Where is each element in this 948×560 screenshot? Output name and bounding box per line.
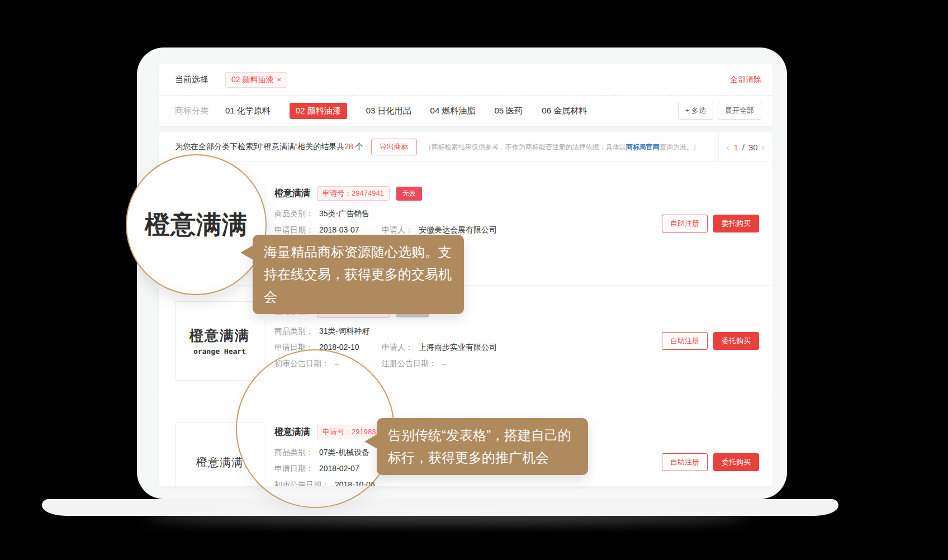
trademark-name: 橙意满满 <box>274 188 310 200</box>
clear-all-button[interactable]: 全部清除 <box>730 75 761 85</box>
trademark-office-link[interactable]: 商标局官网 <box>626 143 660 151</box>
lens-ring-circle <box>236 349 395 508</box>
category-item-02-active[interactable]: 02 颜料油漆 <box>290 103 347 119</box>
category-list: 01 化学原料 02 颜料油漆 03 日化用品 04 燃料油脂 05 医药 06… <box>225 103 587 119</box>
results-disclaimer: （商标检索结果仅供参考，不作为商标能否注册的法律依据；具体以商标局官网查询为准。… <box>425 143 700 152</box>
filter-panel: 当前选择 02 颜料油漆 × 全部清除 商标分类 01 化学原料 02 颜料油漆… <box>159 64 772 126</box>
category-label: 商标分类 <box>175 106 208 116</box>
entrust-buy-button[interactable]: 委托购买 <box>713 332 759 350</box>
results-count: 28 <box>344 142 353 151</box>
multi-select-button[interactable]: + 多选 <box>678 102 713 120</box>
selected-filter-tag-label: 02 颜料油漆 <box>231 75 273 85</box>
results-header: 为您在全部分类下检索到“橙意满满”相关的结果共28 个 导出商标 （商标检索结果… <box>159 132 772 162</box>
results-summary-text: 为您在全部分类下检索到“橙意满满”相关的结果共 <box>175 142 344 151</box>
category-item-03[interactable]: 03 日化用品 <box>366 103 411 119</box>
table-row: 橙意满满 orange Heart 橙意满满 申请号：29482153 已注册 … <box>159 285 772 396</box>
magnified-trademark-text: 橙意满满 <box>145 208 248 241</box>
tooltip-marketplace-text: 海量精品商标资源随心选购。支持在线交易，获得更多的交易机会 <box>264 244 452 304</box>
category-item-01[interactable]: 01 化学原料 <box>225 103 271 119</box>
trademark-image: 橙意满满 orange Heart <box>175 301 264 381</box>
self-register-button[interactable]: 自助注册 <box>662 215 708 232</box>
results-unit: 个 <box>353 142 363 151</box>
tooltip-promotion: 告别传统“发表格”，搭建自己的标行，获得更多的推广机会 <box>377 418 588 475</box>
laptop-stand-shadow <box>145 511 749 523</box>
page-background: 当前选择 02 颜料油漆 × 全部清除 商标分类 01 化学原料 02 颜料油漆… <box>0 0 948 560</box>
category-item-05[interactable]: 05 医药 <box>494 103 523 119</box>
prev-page-icon[interactable]: ‹ <box>726 141 729 153</box>
entrust-buy-button[interactable]: 委托购买 <box>713 453 759 471</box>
remove-filter-icon[interactable]: × <box>277 75 281 84</box>
status-badge: 无效 <box>396 187 422 201</box>
category-item-04[interactable]: 04 燃料油脂 <box>430 103 476 119</box>
selected-filter-tag[interactable]: 02 颜料油漆 × <box>225 72 287 88</box>
export-trademarks-button[interactable]: 导出商标 <box>371 139 417 155</box>
expand-all-button[interactable]: 展开全部 <box>718 102 761 120</box>
tooltip-arrow-icon <box>240 245 253 260</box>
next-page-icon[interactable]: › <box>762 141 765 153</box>
current-page: 1 <box>733 143 738 152</box>
tooltip-marketplace: 海量精品商标资源随心选购。支持在线交易，获得更多的交易机会 <box>253 235 464 314</box>
total-pages: 30 <box>748 143 758 152</box>
trademark-image-text: 橙意满满 <box>189 326 250 345</box>
magnifier-circle: 橙意满满 <box>126 154 267 295</box>
disclaimer-prefix: （商标检索结果仅供参考，不作为商标能否注册的法律依据；具体以 <box>425 143 626 151</box>
tooltip-promotion-text: 告别传统“发表格”，搭建自己的标行，获得更多的推广机会 <box>388 428 571 465</box>
page-separator: / <box>742 143 745 152</box>
self-register-button[interactable]: 自助注册 <box>662 332 708 350</box>
current-selection-label: 当前选择 <box>175 74 208 85</box>
tooltip-arrow-icon <box>364 434 377 449</box>
category-item-06[interactable]: 06 金属材料 <box>542 103 587 119</box>
results-summary-area: 为您在全部分类下检索到“橙意满满”相关的结果共28 个 导出商标 （商标检索结果… <box>159 132 718 162</box>
application-number-tag: 申请号：29474941 <box>317 186 390 201</box>
disclaimer-suffix: 查询为准。） <box>660 143 700 151</box>
trademark-image-subtext: orange Heart <box>193 347 246 355</box>
entrust-buy-button[interactable]: 委托购买 <box>713 215 759 232</box>
current-selection-row: 当前选择 02 颜料油漆 × 全部清除 <box>159 64 772 96</box>
self-register-button[interactable]: 自助注册 <box>662 453 708 471</box>
category-tools: + 多选 展开全部 <box>678 102 761 120</box>
results-summary: 为您在全部分类下检索到“橙意满满”相关的结果共28 个 <box>175 142 363 152</box>
trademark-image-text: 橙意满满 <box>196 455 243 470</box>
category-row: 商标分类 01 化学原料 02 颜料油漆 03 日化用品 04 燃料油脂 05 … <box>159 96 772 126</box>
pagination: ‹ 1 / 30 › <box>718 132 772 162</box>
